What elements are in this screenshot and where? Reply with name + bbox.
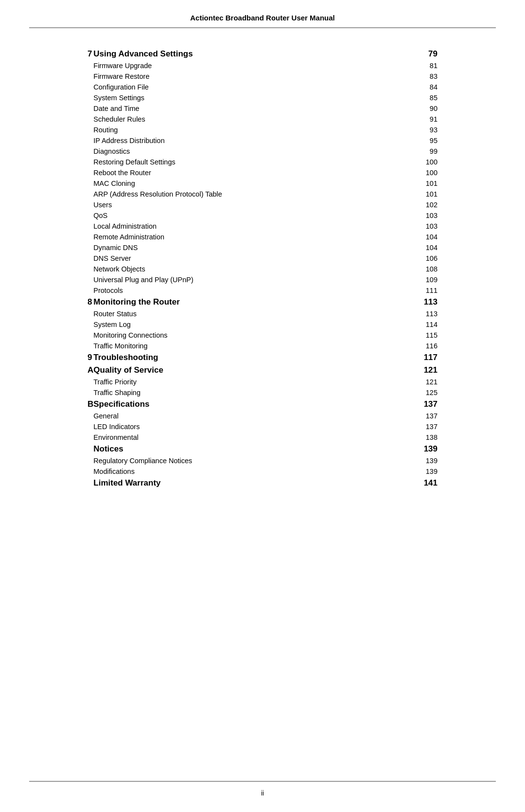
- section-title: Diagnostics: [93, 146, 423, 157]
- section-page: 121: [424, 377, 438, 387]
- notices-title: Notices: [93, 443, 423, 455]
- section-indent: [88, 274, 93, 285]
- chapter-row: AQuality of Service121: [88, 364, 438, 377]
- section-indent: [88, 221, 93, 232]
- chapter-page: 117: [424, 351, 438, 364]
- section-title: Protocols: [93, 285, 423, 296]
- section-row: System Log114: [88, 319, 438, 330]
- notices-num: [88, 443, 93, 455]
- section-indent: [88, 330, 93, 341]
- section-row: Configuration File84: [88, 82, 438, 92]
- chapter-page: 113: [424, 296, 438, 308]
- chapter-row: 8Monitoring the Router113: [88, 296, 438, 308]
- chapter-row: 7Using Advanced Settings79: [88, 48, 438, 60]
- section-indent: [88, 341, 93, 351]
- section-row: General137: [88, 411, 438, 421]
- section-indent: [88, 411, 93, 421]
- section-page: 102: [424, 199, 438, 210]
- section-title: Router Status: [93, 308, 423, 319]
- section-indent: [88, 319, 93, 330]
- section-indent: [88, 242, 93, 253]
- section-page: 111: [424, 285, 438, 296]
- section-indent: [88, 232, 93, 242]
- section-title: General: [93, 411, 423, 421]
- section-row: Local Administration103: [88, 221, 438, 232]
- limited-warranty-row: Limited Warranty141: [88, 477, 438, 489]
- section-page: 106: [424, 253, 438, 264]
- section-title: Reboot the Router: [93, 167, 423, 178]
- notices-section-page: 139: [424, 455, 438, 466]
- section-page: 101: [424, 189, 438, 199]
- section-title: Firmware Upgrade: [93, 60, 423, 71]
- notices-page: 139: [424, 443, 438, 455]
- section-title: Environmental: [93, 432, 423, 443]
- section-page: 95: [424, 135, 438, 146]
- section-indent: [88, 82, 93, 92]
- section-indent: [88, 135, 93, 146]
- section-title: Remote Administration: [93, 232, 423, 242]
- section-indent: [88, 308, 93, 319]
- section-indent: [88, 253, 93, 264]
- chapter-title: Specifications: [93, 398, 423, 411]
- section-page: 90: [424, 103, 438, 114]
- section-indent: [88, 387, 93, 398]
- limited-warranty-page: 141: [424, 477, 438, 489]
- chapter-page: 137: [424, 398, 438, 411]
- chapter-page: 121: [424, 364, 438, 377]
- section-row: ARP (Address Resolution Protocol) Table1…: [88, 189, 438, 199]
- section-title: ARP (Address Resolution Protocol) Table: [93, 189, 423, 199]
- section-row: Dynamic DNS104: [88, 242, 438, 253]
- section-page: 116: [424, 341, 438, 351]
- section-row: Date and Time90: [88, 103, 438, 114]
- section-indent: [88, 167, 93, 178]
- section-row: Protocols111: [88, 285, 438, 296]
- section-indent: [88, 285, 93, 296]
- notices-section-row: Modifications139: [88, 466, 438, 477]
- notices-section-title: Regulatory Compliance Notices: [93, 455, 423, 466]
- section-title: Firmware Restore: [93, 71, 423, 82]
- section-row: Users102: [88, 199, 438, 210]
- section-indent: [88, 60, 93, 71]
- section-indent: [88, 199, 93, 210]
- section-row: LED Indicators137: [88, 421, 438, 432]
- page: Actiontec Broadband Router User Manual 7…: [0, 0, 525, 812]
- section-row: DNS Server106: [88, 253, 438, 264]
- chapter-num: B: [88, 398, 93, 411]
- section-row: Firmware Restore83: [88, 71, 438, 82]
- section-title: Users: [93, 199, 423, 210]
- chapter-num: 8: [88, 296, 93, 308]
- section-row: Monitoring Connections115: [88, 330, 438, 341]
- page-footer: ii: [29, 781, 496, 797]
- page-header: Actiontec Broadband Router User Manual: [29, 0, 496, 28]
- section-row: Reboot the Router100: [88, 167, 438, 178]
- chapter-num: A: [88, 364, 93, 377]
- section-page: 115: [424, 330, 438, 341]
- section-title: Date and Time: [93, 103, 423, 114]
- section-indent: [88, 157, 93, 167]
- section-page: 137: [424, 421, 438, 432]
- section-page: 114: [424, 319, 438, 330]
- page-number: ii: [261, 789, 264, 797]
- section-indent: [88, 71, 93, 82]
- section-title: MAC Cloning: [93, 178, 423, 189]
- section-row: Routing93: [88, 125, 438, 135]
- section-row: QoS103: [88, 210, 438, 221]
- notices-section-row: Regulatory Compliance Notices139: [88, 455, 438, 466]
- notices-section-title: Modifications: [93, 466, 423, 477]
- section-row: Universal Plug and Play (UPnP)109: [88, 274, 438, 285]
- section-title: Routing: [93, 125, 423, 135]
- toc-content: 7Using Advanced Settings79Firmware Upgra…: [0, 28, 525, 519]
- section-title: Network Objects: [93, 264, 423, 274]
- section-row: MAC Cloning101: [88, 178, 438, 189]
- section-indent: [88, 146, 93, 157]
- chapter-row: 9Troubleshooting117: [88, 351, 438, 364]
- section-title: IP Address Distribution: [93, 135, 423, 146]
- chapter-row: BSpecifications137: [88, 398, 438, 411]
- section-page: 137: [424, 411, 438, 421]
- notices-section-page: 139: [424, 466, 438, 477]
- section-title: System Settings: [93, 92, 423, 103]
- section-row: Network Objects108: [88, 264, 438, 274]
- section-title: Restoring Default Settings: [93, 157, 423, 167]
- section-row: Diagnostics99: [88, 146, 438, 157]
- section-page: 113: [424, 308, 438, 319]
